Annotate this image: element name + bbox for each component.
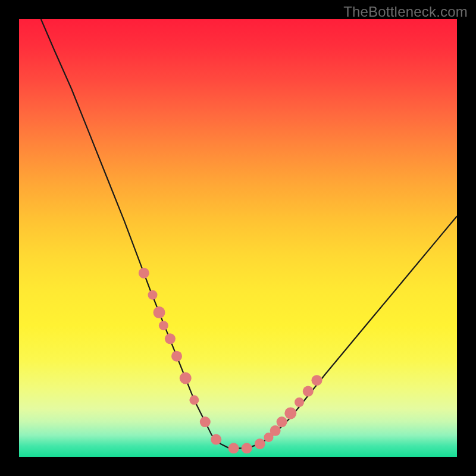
data-marker (171, 351, 182, 362)
data-marker (154, 306, 165, 318)
watermark-text: TheBottleneck.com (343, 4, 468, 20)
plot-area (19, 19, 457, 457)
data-marker (200, 416, 211, 427)
data-marker (242, 443, 252, 453)
bottleneck-curve (19, 19, 457, 457)
chart-frame: TheBottleneck.com (0, 0, 476, 476)
data-marker (295, 397, 304, 407)
data-marker (284, 407, 296, 419)
data-marker (148, 290, 158, 300)
data-marker (159, 321, 168, 330)
data-marker (165, 333, 176, 344)
data-marker (270, 425, 281, 436)
data-marker (211, 434, 221, 445)
data-marker (255, 439, 265, 449)
data-marker (189, 395, 199, 405)
data-marker (180, 372, 192, 384)
data-marker (312, 375, 322, 386)
data-marker (277, 416, 287, 427)
data-marker (228, 443, 239, 453)
data-marker (139, 268, 149, 278)
data-marker (303, 386, 314, 397)
